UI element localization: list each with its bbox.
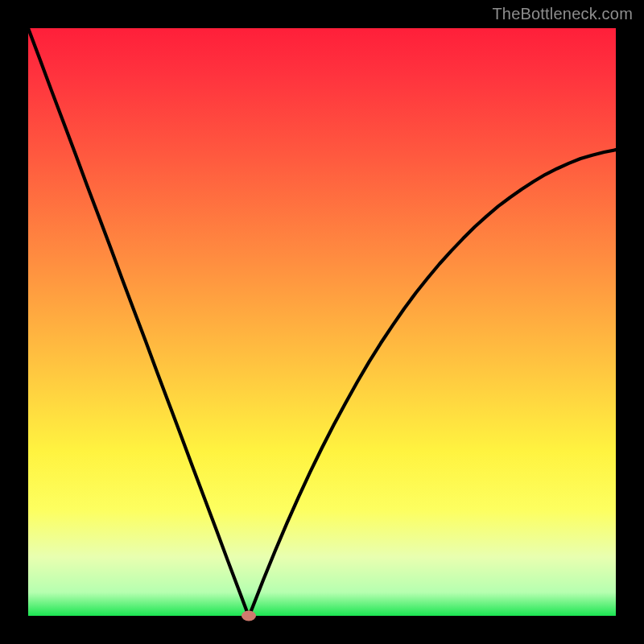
curve-svg (28, 28, 616, 616)
plot-area (28, 28, 616, 616)
watermark-text: TheBottleneck.com (492, 5, 633, 23)
bottleneck-curve (28, 28, 616, 616)
optimum-marker (242, 611, 256, 621)
chart-container: TheBottleneck.com (0, 0, 644, 644)
